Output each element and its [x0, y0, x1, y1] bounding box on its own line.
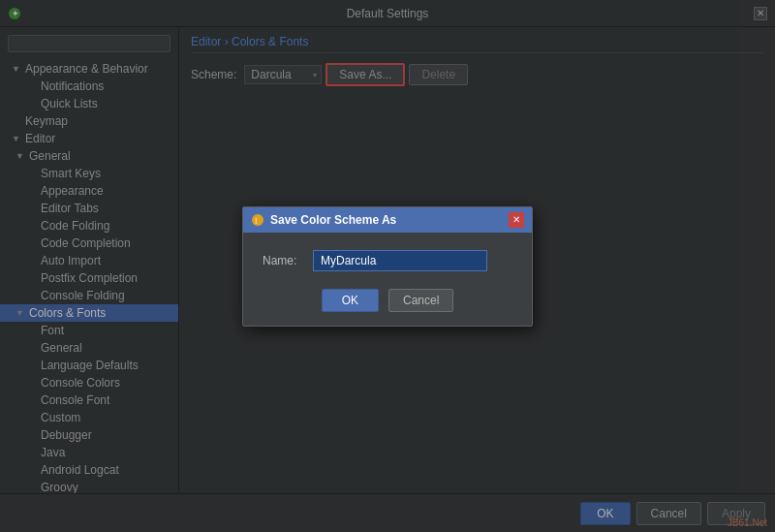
svg-point-2 — [252, 214, 264, 226]
modal-overlay: ! Save Color Scheme As ✕ Name: OK Cancel — [0, 0, 775, 532]
modal-field-row: Name: — [263, 250, 512, 271]
modal-name-label: Name: — [263, 254, 305, 267]
modal-body: Name: OK Cancel — [243, 233, 532, 326]
modal-name-input[interactable] — [313, 250, 487, 271]
modal-cancel-button[interactable]: Cancel — [388, 289, 453, 312]
svg-text:!: ! — [255, 215, 258, 225]
modal-dialog: ! Save Color Scheme As ✕ Name: OK Cancel — [242, 206, 533, 327]
modal-title-text: Save Color Scheme As — [270, 213, 509, 227]
modal-dialog-icon: ! — [251, 213, 264, 227]
modal-title-bar: ! Save Color Scheme As ✕ — [243, 207, 532, 233]
modal-buttons: OK Cancel — [263, 289, 512, 312]
modal-ok-button[interactable]: OK — [322, 289, 379, 312]
modal-close-button[interactable]: ✕ — [509, 212, 524, 228]
